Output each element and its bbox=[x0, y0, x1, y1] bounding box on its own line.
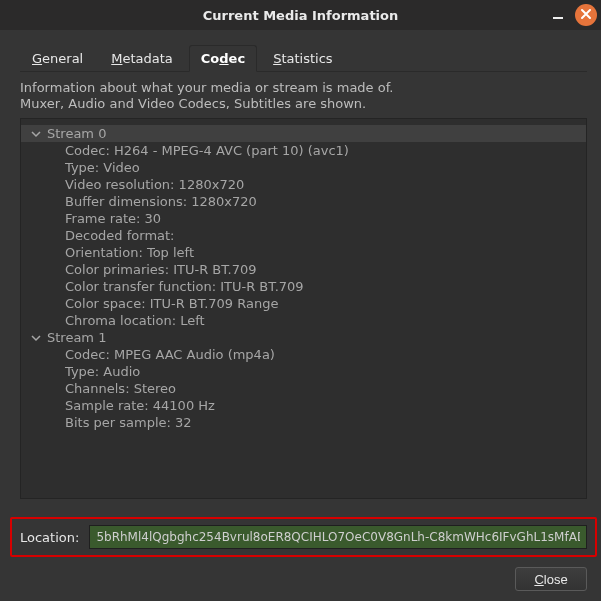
tab-statistics[interactable]: Statistics bbox=[261, 45, 344, 72]
codec-field[interactable]: Color transfer function: ITU-R BT.709 bbox=[65, 278, 586, 295]
stream-fields: Codec: MPEG AAC Audio (mp4a)Type: AudioC… bbox=[21, 346, 586, 431]
stream-header[interactable]: Stream 0 bbox=[21, 125, 586, 142]
stream-header[interactable]: Stream 1 bbox=[21, 329, 586, 346]
codec-field[interactable]: Color space: ITU-R BT.709 Range bbox=[65, 295, 586, 312]
codec-field[interactable]: Chroma location: Left bbox=[65, 312, 586, 329]
codec-tree[interactable]: Stream 0Codec: H264 - MPEG-4 AVC (part 1… bbox=[20, 118, 587, 499]
tab-metadata[interactable]: Metadata bbox=[99, 45, 185, 72]
minimize-button[interactable] bbox=[547, 4, 569, 26]
close-icon bbox=[580, 8, 592, 22]
stream-fields: Codec: H264 - MPEG-4 AVC (part 10) (avc1… bbox=[21, 142, 586, 329]
codec-field[interactable]: Video resolution: 1280x720 bbox=[65, 176, 586, 193]
codec-field[interactable]: Buffer dimensions: 1280x720 bbox=[65, 193, 586, 210]
codec-field[interactable]: Frame rate: 30 bbox=[65, 210, 586, 227]
titlebar: Current Media Information bbox=[0, 0, 601, 30]
minimize-icon bbox=[551, 7, 565, 23]
description-line1: Information about what your media or str… bbox=[20, 80, 587, 96]
stream-name: Stream 1 bbox=[47, 329, 106, 346]
description: Information about what your media or str… bbox=[20, 80, 587, 112]
tab-general[interactable]: General bbox=[20, 45, 95, 72]
stream-name: Stream 0 bbox=[47, 125, 106, 142]
tab-codec[interactable]: Codec bbox=[189, 45, 257, 72]
codec-field[interactable]: Bits per sample: 32 bbox=[65, 414, 586, 431]
codec-field[interactable]: Sample rate: 44100 Hz bbox=[65, 397, 586, 414]
body: General Metadata Codec Statistics Inform… bbox=[0, 30, 601, 601]
inner: General Metadata Codec Statistics Inform… bbox=[6, 30, 601, 601]
codec-field[interactable]: Channels: Stereo bbox=[65, 380, 586, 397]
close-button[interactable]: Close bbox=[515, 567, 587, 591]
media-info-window: Current Media Information General Metada… bbox=[0, 0, 601, 601]
location-label: Location: bbox=[20, 530, 79, 545]
codec-field[interactable]: Decoded format: bbox=[65, 227, 586, 244]
codec-field[interactable]: Orientation: Top left bbox=[65, 244, 586, 261]
svg-rect-0 bbox=[553, 17, 563, 19]
codec-field[interactable]: Type: Video bbox=[65, 159, 586, 176]
location-input[interactable] bbox=[89, 525, 587, 549]
chevron-down-icon bbox=[31, 129, 41, 139]
codec-field[interactable]: Codec: MPEG AAC Audio (mp4a) bbox=[65, 346, 586, 363]
description-line2: Muxer, Audio and Video Codecs, Subtitles… bbox=[20, 96, 587, 112]
codec-panel: Information about what your media or str… bbox=[20, 71, 587, 591]
close-window-button[interactable] bbox=[575, 4, 597, 26]
chevron-down-icon bbox=[31, 333, 41, 343]
window-title: Current Media Information bbox=[0, 8, 601, 23]
location-row: Location: bbox=[10, 517, 597, 557]
titlebar-buttons bbox=[547, 4, 597, 26]
button-row: Close bbox=[20, 563, 587, 591]
codec-field[interactable]: Color primaries: ITU-R BT.709 bbox=[65, 261, 586, 278]
codec-field[interactable]: Type: Audio bbox=[65, 363, 586, 380]
codec-field[interactable]: Codec: H264 - MPEG-4 AVC (part 10) (avc1… bbox=[65, 142, 586, 159]
tab-bar: General Metadata Codec Statistics bbox=[20, 44, 587, 71]
